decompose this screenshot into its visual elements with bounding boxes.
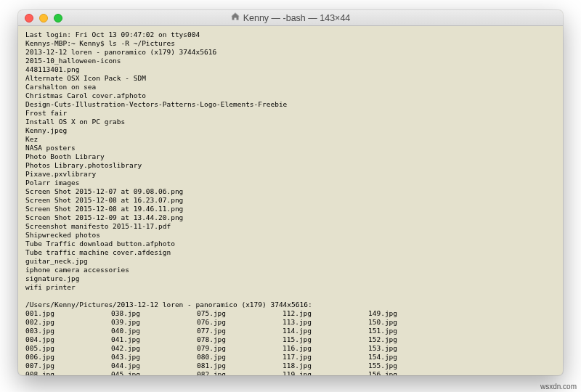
list-item: Photo Booth Library (25, 152, 556, 161)
file-listing: 2013-12-12 loren - panoramico (x179) 374… (25, 48, 556, 292)
list-item: 150.jpg (368, 318, 454, 327)
list-item: 155.jpg (368, 362, 454, 370)
list-item: Polarr images (25, 179, 556, 187)
file-column: 001.jpg002.jpg003.jpg004.jpg005.jpg006.j… (25, 309, 111, 375)
list-item: 082.jpg (197, 370, 283, 375)
subdir-listing: 001.jpg002.jpg003.jpg004.jpg005.jpg006.j… (25, 309, 556, 375)
list-item: iphone camera accessories (25, 266, 556, 274)
list-item: 2013-12-12 loren - panoramico (x179) 374… (25, 48, 556, 57)
list-item: 153.jpg (368, 344, 454, 353)
list-item: Shipwrecked photos (25, 231, 556, 240)
list-item: Screen Shot 2015-12-07 at 09.08.06.png (25, 187, 556, 196)
list-item: 116.jpg (283, 344, 368, 353)
list-item: 113.jpg (283, 318, 368, 327)
list-item: 076.jpg (197, 318, 283, 327)
zoom-icon[interactable] (54, 14, 62, 23)
list-item: Screen Shot 2015-12-08 at 16.23.07.png (25, 196, 556, 205)
list-item: Kez (25, 135, 556, 144)
list-item: Tube traffic machine cover.afdesign (25, 248, 556, 257)
subdir-header: /Users/Kenny/Pictures/2013-12-12 loren -… (25, 301, 556, 309)
list-item: 152.jpg (368, 335, 454, 344)
list-item: Carshalton on sea (25, 83, 556, 91)
list-item: 007.jpg (25, 362, 111, 370)
list-item: 118.jpg (283, 362, 368, 370)
list-item: 006.jpg (25, 353, 111, 362)
list-item: Alternate OSX Icon Pack - SDM (25, 74, 556, 83)
list-item: 002.jpg (25, 318, 111, 327)
blank-line (25, 292, 556, 301)
list-item: 149.jpg (368, 309, 454, 318)
list-item: Screenshot manifesto 2015-11-17.pdf (25, 222, 556, 231)
list-item: 003.jpg (25, 327, 111, 335)
list-item: signature.jpg (25, 274, 556, 283)
list-item: 081.jpg (197, 362, 283, 370)
list-item: 008.jpg (25, 370, 111, 375)
list-item: 2015-10_halloween-icons (25, 57, 556, 65)
close-icon[interactable] (25, 14, 33, 23)
list-item: 079.jpg (197, 344, 283, 353)
list-item: 001.jpg (25, 309, 111, 318)
list-item: Screen Shot 2015-12-09 at 13.44.20.png (25, 213, 556, 222)
file-column: 038.jpg039.jpg040.jpg041.jpg042.jpg043.j… (111, 309, 197, 375)
list-item: 448113401.png (25, 65, 556, 74)
file-column: 149.jpg150.jpg151.jpg152.jpg153.jpg154.j… (368, 309, 454, 375)
window-title-text: Kenny — -bash — 143×44 (243, 13, 351, 23)
window-title: Kenny — -bash — 143×44 (18, 12, 563, 23)
list-item: Tube Traffic download button.afphoto (25, 240, 556, 248)
list-item: 154.jpg (368, 353, 454, 362)
list-item: Design-Cuts-Illustration-Vectors-Pattern… (25, 100, 556, 109)
attribution: wsxdn.com (540, 383, 577, 391)
list-item: 039.jpg (111, 318, 197, 327)
list-item: wifi printer (25, 283, 556, 292)
list-item: 119.jpg (283, 370, 368, 375)
home-icon (231, 12, 240, 23)
file-column: 075.jpg076.jpg077.jpg078.jpg079.jpg080.j… (197, 309, 283, 375)
last-login-line: Last login: Fri Oct 13 09:47:02 on ttys0… (25, 30, 556, 39)
list-item: 112.jpg (283, 309, 368, 318)
list-item: Photos Library.photoslibrary (25, 161, 556, 170)
list-item: 151.jpg (368, 327, 454, 335)
list-item: NASA posters (25, 144, 556, 152)
list-item: 042.jpg (111, 344, 197, 353)
list-item: Screen Shot 2015-12-08 at 19.46.11.png (25, 205, 556, 213)
list-item: 004.jpg (25, 335, 111, 344)
list-item: 115.jpg (283, 335, 368, 344)
list-item: 077.jpg (197, 327, 283, 335)
prompt-line: Kennys-MBP:~ Kenny$ ls -R ~/Pictures (25, 39, 556, 48)
list-item: 005.jpg (25, 344, 111, 353)
list-item: Install OS X on PC grabs (25, 118, 556, 126)
terminal-content[interactable]: Last login: Fri Oct 13 09:47:02 on ttys0… (18, 26, 563, 375)
list-item: 080.jpg (197, 353, 283, 362)
terminal-window: Kenny — -bash — 143×44 Last login: Fri O… (18, 10, 563, 375)
list-item: Christmas Carol cover.afphoto (25, 91, 556, 100)
traffic-lights (18, 14, 62, 23)
list-item: guitar_neck.jpg (25, 257, 556, 266)
list-item: 038.jpg (111, 309, 197, 318)
minimize-icon[interactable] (39, 14, 48, 23)
list-item: 075.jpg (197, 309, 283, 318)
titlebar[interactable]: Kenny — -bash — 143×44 (18, 10, 563, 26)
list-item: Frost fair (25, 109, 556, 118)
list-item: 043.jpg (111, 353, 197, 362)
list-item: 078.jpg (197, 335, 283, 344)
file-column: 112.jpg113.jpg114.jpg115.jpg116.jpg117.j… (283, 309, 368, 375)
list-item: 044.jpg (111, 362, 197, 370)
list-item: 040.jpg (111, 327, 197, 335)
list-item: 156.jpg (368, 370, 454, 375)
list-item: 117.jpg (283, 353, 368, 362)
list-item: 041.jpg (111, 335, 197, 344)
list-item: Pixave.pxvlibrary (25, 170, 556, 179)
list-item: 045.jpg (111, 370, 197, 375)
list-item: Kenny.jpeg (25, 126, 556, 135)
list-item: 114.jpg (283, 327, 368, 335)
